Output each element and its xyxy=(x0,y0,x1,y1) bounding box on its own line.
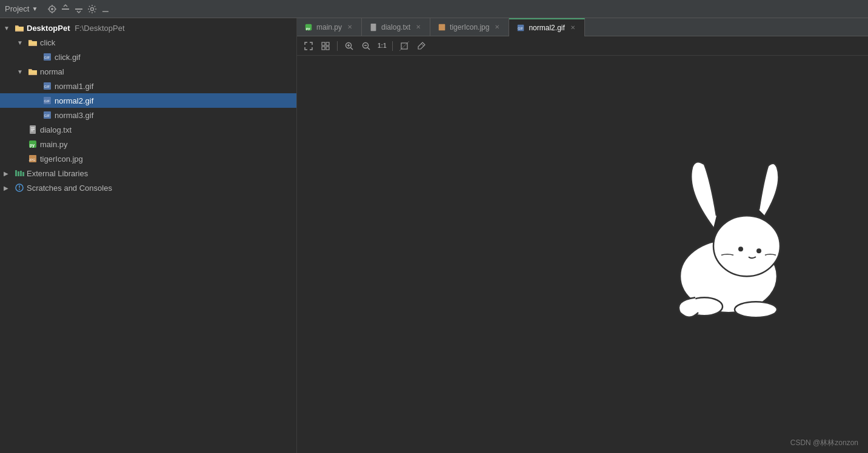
watermark-text: CSDN @林林zonzon xyxy=(790,438,858,447)
svg-rect-35 xyxy=(371,23,376,30)
svg-text:GIF: GIF xyxy=(44,56,50,59)
tree-item-dialog-txt[interactable]: ▶ dialog.txt xyxy=(0,122,296,137)
svg-text:GIF: GIF xyxy=(44,99,50,103)
tab-main-py[interactable]: py main.py ✕ xyxy=(297,18,362,36)
jpg-icon-tiger: JPG xyxy=(28,154,38,164)
svg-text:py: py xyxy=(306,25,311,30)
arrow-desktoppet: ▼ xyxy=(4,25,12,31)
svg-text:JPG: JPG xyxy=(29,158,36,162)
label-dialog-txt: dialog.txt xyxy=(40,125,72,134)
svg-text:GIF: GIF xyxy=(44,85,50,88)
svg-rect-40 xyxy=(326,42,329,45)
grid-button[interactable] xyxy=(319,39,332,53)
tree-item-scratches[interactable]: ▶ Scratches and Consoles xyxy=(0,180,296,195)
svg-text:GIF: GIF xyxy=(44,114,50,117)
svg-point-57 xyxy=(738,246,743,251)
label-main-py: main.py xyxy=(40,140,68,149)
label-desktoppet: DesktopPet F:\DesktopPet xyxy=(27,24,125,33)
svg-point-8 xyxy=(91,7,94,10)
eyedropper-button[interactable] xyxy=(415,39,428,53)
label-external-libs: External Libraries xyxy=(27,169,88,178)
tab-close-main-py[interactable]: ✕ xyxy=(346,23,354,31)
expand-icon[interactable] xyxy=(74,4,84,14)
arrow-external: ▶ xyxy=(4,170,12,177)
gear-icon[interactable] xyxy=(87,4,97,14)
py-icon-main: py xyxy=(28,139,38,149)
svg-point-54 xyxy=(713,216,780,276)
sidebar: ▼ DesktopPet F:\DesktopPet ▼ click ▶ xyxy=(0,18,297,453)
tree-item-normal3-gif[interactable]: ▶ GIF normal3.gif xyxy=(0,108,296,122)
label-tigericon-jpg: tigerIcon.jpg xyxy=(40,154,83,164)
folder-icon-desktoppet xyxy=(15,23,24,33)
zoom-out-button[interactable] xyxy=(359,39,373,53)
svg-rect-36 xyxy=(439,24,446,30)
label-normal3-gif: normal3.gif xyxy=(55,111,93,120)
svg-rect-26 xyxy=(15,170,17,176)
svg-rect-27 xyxy=(18,171,19,176)
tree-item-click-folder[interactable]: ▼ click xyxy=(0,35,296,50)
minimize-icon[interactable] xyxy=(101,4,110,14)
label-scratches: Scratches and Consoles xyxy=(27,184,112,193)
svg-rect-42 xyxy=(326,47,329,50)
toolbar-sep-2 xyxy=(392,41,393,51)
tab-tigericon-jpg[interactable]: tigerIcon.jpg ✕ xyxy=(430,18,509,36)
image-toolbar: 1:1 xyxy=(297,36,868,56)
collapse-icon[interactable] xyxy=(61,4,70,14)
label-click: click xyxy=(40,38,55,47)
zoom-in-button[interactable] xyxy=(342,39,356,53)
svg-point-32 xyxy=(19,189,20,190)
tree-item-normal1-gif[interactable]: ▶ GIF normal1.gif xyxy=(0,79,296,93)
editor-area: py main.py ✕ dialog.txt ✕ tigerIcon.jpg … xyxy=(297,18,868,453)
svg-rect-6 xyxy=(62,8,69,10)
svg-rect-39 xyxy=(322,42,325,45)
toolbar-sep-1 xyxy=(337,41,338,51)
tab-dialog-txt[interactable]: dialog.txt ✕ xyxy=(362,18,430,36)
svg-text:py: py xyxy=(30,143,35,148)
background-button[interactable] xyxy=(398,39,411,53)
tab-normal2-gif[interactable]: GIF normal2.gif ✕ xyxy=(509,18,584,36)
folder-icon-normal xyxy=(28,67,38,76)
lib-icon-external xyxy=(15,168,24,178)
tree-item-desktoppet[interactable]: ▼ DesktopPet F:\DesktopPet xyxy=(0,21,296,35)
svg-rect-7 xyxy=(75,8,82,10)
tree-item-external-libs[interactable]: ▶ External Libraries xyxy=(0,166,296,180)
label-normal: normal xyxy=(40,67,64,76)
tab-close-tigericon[interactable]: ✕ xyxy=(493,23,501,31)
tab-label-dialog-txt: dialog.txt xyxy=(381,23,410,31)
tab-label-tigericon: tigerIcon.jpg xyxy=(450,23,489,31)
tab-icon-main-py: py xyxy=(304,23,313,31)
tree-item-click-gif[interactable]: ▶ GIF click.gif xyxy=(0,50,296,64)
actual-size-button[interactable]: 1:1 xyxy=(376,39,387,53)
project-dropdown-arrow[interactable]: ▼ xyxy=(32,5,38,12)
txt-icon-dialog xyxy=(28,125,38,134)
tab-icon-tigericon xyxy=(438,23,446,31)
label-normal2-gif: normal2.gif xyxy=(55,96,93,105)
cat-image xyxy=(662,155,795,320)
arrow-scratches: ▶ xyxy=(4,185,12,191)
tab-close-dialog-txt[interactable]: ✕ xyxy=(414,23,422,31)
title-bar: Project ▼ xyxy=(0,0,868,18)
tabs-bar: py main.py ✕ dialog.txt ✕ tigerIcon.jpg … xyxy=(297,18,868,36)
tree-item-normal2-gif[interactable]: ▶ GIF normal2.gif xyxy=(0,93,296,108)
fit-page-button[interactable] xyxy=(302,39,315,53)
svg-rect-28 xyxy=(20,171,22,176)
tab-label-main-py: main.py xyxy=(316,23,342,31)
label-click-gif: click.gif xyxy=(55,53,81,62)
project-label: Project xyxy=(5,4,29,13)
gif-icon-normal2: GIF xyxy=(42,96,52,105)
tree-item-main-py[interactable]: ▶ py main.py xyxy=(0,137,296,151)
svg-point-1 xyxy=(51,8,53,10)
svg-point-58 xyxy=(756,248,761,253)
target-icon[interactable] xyxy=(47,4,57,14)
tree-item-normal-folder[interactable]: ▼ normal xyxy=(0,64,296,79)
svg-rect-29 xyxy=(22,172,24,176)
folder-icon-click xyxy=(28,38,38,47)
image-viewer: CSDN @林林zonzon xyxy=(297,56,868,453)
tab-close-normal2-gif[interactable]: ✕ xyxy=(569,24,577,32)
tree-item-tigericon-jpg[interactable]: ▶ JPG tigerIcon.jpg xyxy=(0,151,296,166)
project-title[interactable]: Project ▼ xyxy=(5,4,38,13)
title-icons xyxy=(47,4,110,14)
svg-line-44 xyxy=(351,47,353,50)
tab-label-normal2-gif: normal2.gif xyxy=(529,24,564,32)
arrow-click: ▼ xyxy=(17,39,25,46)
